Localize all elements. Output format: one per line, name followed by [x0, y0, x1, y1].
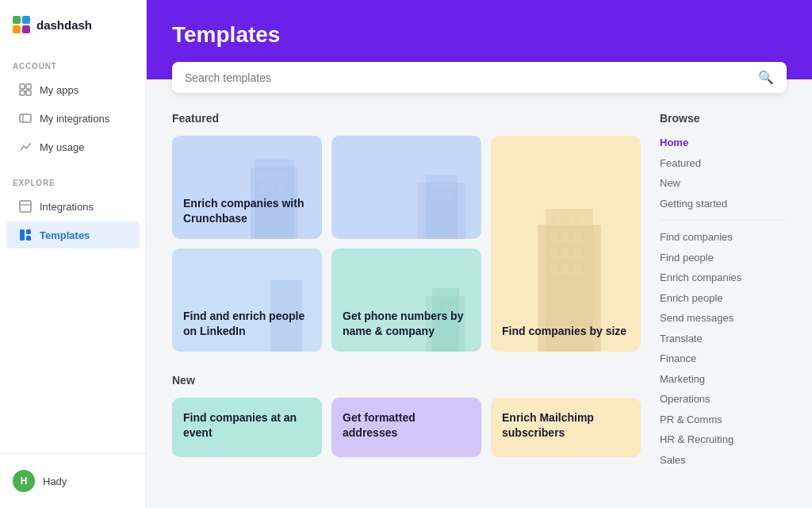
svg-rect-28 — [430, 182, 435, 188]
integrations-icon — [19, 112, 32, 125]
svg-rect-19 — [278, 171, 284, 179]
browse-link-marketing[interactable]: Marketing — [660, 369, 787, 390]
svg-rect-32 — [439, 193, 444, 199]
card-title: Find companies by size — [502, 324, 630, 339]
browse-link-hr-recruiting[interactable]: HR & Recruiting — [660, 429, 787, 450]
svg-rect-33 — [447, 193, 453, 199]
svg-rect-49 — [274, 287, 279, 293]
svg-rect-4 — [20, 84, 25, 89]
svg-rect-31 — [430, 193, 435, 199]
svg-rect-6 — [20, 90, 25, 95]
svg-rect-37 — [561, 217, 569, 226]
building-illustration-2 — [402, 160, 481, 239]
avatar: H — [13, 470, 35, 492]
card-title: Enrich Mailchimp subscribers — [502, 410, 630, 441]
svg-rect-10 — [20, 201, 31, 212]
svg-rect-36 — [550, 217, 557, 226]
browse-link-enrich-companies[interactable]: Enrich companies — [660, 267, 787, 288]
template-card-placeholder[interactable] — [331, 136, 481, 239]
browse-link-send-messages[interactable]: Send messages — [660, 308, 787, 329]
browse-title: Browse — [660, 112, 787, 125]
new-section-title: New — [172, 374, 641, 387]
sidebar-item-integrations[interactable]: Integrations — [6, 193, 140, 220]
search-wrapper: 🔍 — [147, 62, 812, 93]
svg-rect-8 — [20, 114, 31, 122]
templates-main: Featured — [172, 112, 641, 489]
search-bar: 🔍 — [172, 62, 787, 93]
svg-rect-45 — [550, 264, 557, 274]
card-title: Find and enrich people on LinkedIn — [183, 309, 311, 339]
sidebar-item-templates[interactable]: Templates — [6, 221, 140, 248]
my-usage-label: My usage — [40, 141, 84, 153]
logo-text: dashdash — [36, 18, 92, 32]
my-apps-label: My apps — [40, 84, 79, 96]
svg-rect-5 — [26, 84, 31, 89]
svg-rect-7 — [26, 90, 31, 95]
browse-link-find-companies[interactable]: Find companies — [660, 227, 787, 248]
svg-rect-18 — [268, 171, 274, 179]
new-card-enrich-mailchimp[interactable]: Enrich Mailchimp subscribers — [491, 398, 641, 457]
user-profile-item[interactable]: H Hady — [6, 464, 140, 498]
template-card-get-phone-numbers[interactable]: Get phone numbers by name & company — [331, 248, 481, 352]
svg-rect-38 — [573, 217, 581, 226]
main-content: Templates 🔍 Featured — [147, 0, 812, 508]
svg-rect-47 — [573, 264, 581, 274]
templates-icon — [19, 229, 32, 241]
browse-link-find-people[interactable]: Find people — [660, 248, 787, 268]
new-card-find-companies-event[interactable]: Find companies at an event — [172, 398, 322, 457]
browse-link-home[interactable]: Home — [660, 133, 787, 153]
svg-rect-14 — [26, 236, 31, 241]
content-area: Featured — [147, 93, 812, 508]
browse-link-getting-started[interactable]: Getting started — [660, 194, 787, 214]
template-card-find-companies-size[interactable]: Find companies by size — [491, 136, 641, 352]
card-text: Get phone numbers by name & company — [331, 298, 481, 352]
browse-link-enrich-people[interactable]: Enrich people — [660, 288, 787, 309]
search-input[interactable] — [185, 71, 750, 84]
templates-nav-label: Templates — [40, 229, 90, 241]
grid-icon — [19, 83, 32, 96]
dashdash-logo-icon — [13, 16, 30, 33]
page-title: Templates — [172, 22, 787, 48]
svg-rect-30 — [447, 182, 453, 188]
card-title: Find companies at an event — [183, 410, 311, 441]
card-text: Find companies by size — [491, 313, 641, 352]
svg-rect-12 — [20, 229, 25, 241]
browse-categories-section: Find companies Find people Enrich compan… — [660, 227, 787, 470]
sidebar-item-my-apps[interactable]: My apps — [6, 76, 140, 103]
card-text: Find and enrich people on LinkedIn — [172, 298, 322, 352]
svg-rect-39 — [550, 233, 557, 242]
svg-rect-1 — [22, 16, 30, 24]
svg-rect-40 — [561, 233, 569, 242]
explore-section-label: EXPLORE — [0, 169, 146, 192]
template-card-find-enrich-linkedin[interactable]: Find and enrich people on LinkedIn — [172, 248, 322, 352]
template-card-enrich-crunchbase[interactable]: Enrich companies with Crunchbase — [172, 136, 322, 239]
svg-rect-50 — [282, 287, 287, 293]
user-name: Hady — [43, 475, 67, 487]
svg-rect-13 — [26, 229, 31, 234]
svg-rect-42 — [550, 248, 557, 258]
browse-link-operations[interactable]: Operations — [660, 389, 787, 410]
card-title: Get formatted addresses — [343, 410, 470, 441]
new-card-get-formatted-addresses[interactable]: Get formatted addresses — [331, 398, 481, 457]
browse-link-sales[interactable]: Sales — [660, 450, 787, 471]
card-text: Enrich companies with Crunchbase — [172, 185, 322, 239]
svg-rect-0 — [13, 16, 21, 24]
sidebar-item-my-integrations[interactable]: My integrations — [6, 105, 140, 132]
logo-area[interactable]: dashdash — [0, 0, 146, 52]
browse-sidebar: Browse Home Featured New Getting started… — [660, 112, 787, 489]
browse-link-featured[interactable]: Featured — [660, 153, 787, 174]
sidebar-item-my-usage[interactable]: My usage — [6, 133, 140, 160]
svg-rect-41 — [573, 233, 581, 242]
integrations-nav-label: Integrations — [40, 201, 94, 213]
sidebar: dashdash ACCOUNT My apps My integrations… — [0, 0, 147, 508]
browse-link-pr-comms[interactable]: PR & Comms — [660, 410, 787, 430]
svg-rect-43 — [561, 248, 569, 258]
search-icon: 🔍 — [758, 70, 774, 85]
svg-rect-3 — [22, 25, 30, 33]
svg-rect-29 — [439, 182, 444, 188]
browse-link-new[interactable]: New — [660, 173, 787, 194]
my-integrations-label: My integrations — [40, 113, 109, 125]
browse-link-finance[interactable]: Finance — [660, 348, 787, 369]
browse-divider — [660, 220, 787, 221]
browse-link-translate[interactable]: Translate — [660, 329, 787, 349]
